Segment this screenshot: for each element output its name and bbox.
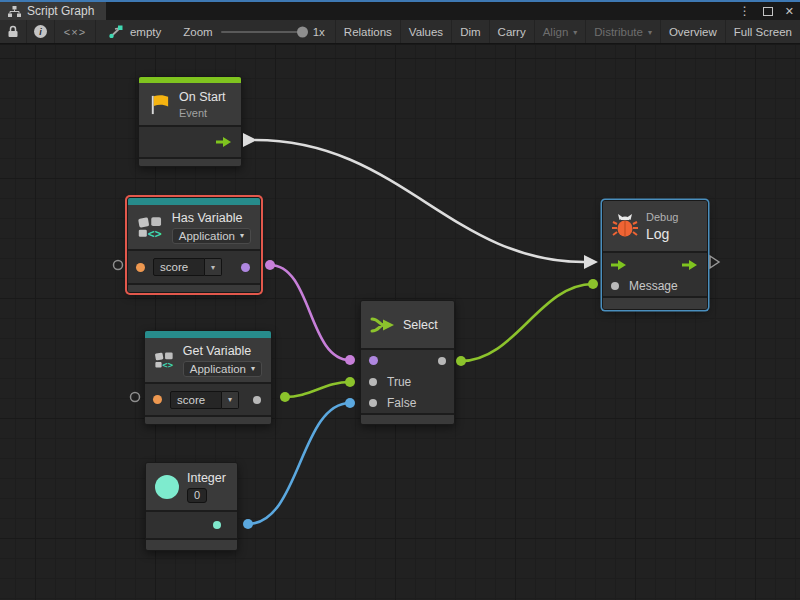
node-debug-log[interactable]: Debug Log Message (602, 200, 708, 310)
window-controls: ⋮ ✕ (739, 2, 794, 20)
node-select[interactable]: Select True False (360, 300, 455, 425)
node-footer (145, 415, 271, 424)
node-title: Select (403, 318, 438, 332)
node-header: <> Get Variable Application ▾ (145, 338, 271, 382)
true-port-row: True (361, 371, 454, 392)
zoom-slider-handle[interactable] (297, 26, 308, 37)
fullscreen-button[interactable]: Full Screen (726, 20, 800, 43)
chevron-down-icon: ▾ (228, 395, 232, 404)
integer-value-field[interactable]: 0 (187, 488, 207, 503)
true-input-port[interactable] (369, 378, 377, 386)
graph-icon (8, 6, 21, 17)
wire-select-to-log-message (456, 279, 598, 366)
distribute-button[interactable]: Distribute▾ (586, 20, 661, 43)
carry-button[interactable]: Carry (490, 20, 535, 43)
values-button[interactable]: Values (401, 20, 452, 43)
message-port-row: Message (603, 276, 707, 296)
variable-dropdown-button[interactable]: ▾ (222, 391, 239, 409)
condition-port-row (361, 348, 454, 371)
chevron-down-icon: ▾ (211, 263, 215, 272)
scope-dropdown[interactable]: Application ▾ (183, 361, 262, 377)
node-footer (128, 283, 260, 292)
node-header: <> Has Variable Application ▾ (128, 205, 260, 249)
node-footer (139, 157, 241, 166)
variables-icon: <> (137, 214, 164, 240)
script-graph-window: Script Graph ⋮ ✕ i <×> (0, 0, 800, 600)
variable-color-bar (145, 331, 271, 338)
wire-getvariable-to-select-true (280, 377, 355, 402)
lock-icon (7, 25, 19, 38)
selection-output-port[interactable] (438, 357, 446, 365)
wire-flow-onstart-to-log (243, 133, 598, 269)
node-get-variable[interactable]: <> Get Variable Application ▾ score ▾ (144, 330, 272, 425)
close-icon[interactable]: ✕ (785, 5, 794, 18)
menu-kebab-icon[interactable]: ⋮ (739, 4, 751, 18)
node-title: Log (646, 226, 678, 242)
node-title: On Start (179, 90, 226, 104)
tab-title: Script Graph (27, 4, 94, 18)
node-subtitle: Event (179, 107, 226, 119)
info-icon: i (34, 25, 47, 38)
variable-name-field[interactable]: score ▾ (170, 391, 239, 409)
wire-hasvariable-to-select (265, 260, 355, 365)
node-subtitle: Debug (646, 211, 678, 223)
name-input-port[interactable] (153, 395, 162, 404)
graph-canvas[interactable]: On Start Event <> (0, 45, 800, 600)
false-port-label: False (387, 396, 416, 410)
zoom-value: 1x (313, 26, 325, 38)
condition-input-port[interactable] (369, 356, 378, 365)
graph-toolbar: i <×> empty Zoom 1x Relations Values Dim… (0, 20, 800, 44)
false-port-row: False (361, 392, 454, 413)
align-button[interactable]: Align▾ (535, 20, 587, 43)
node-has-variable[interactable]: <> Has Variable Application ▾ score ▾ (127, 197, 261, 293)
node-header: On Start Event (139, 83, 241, 125)
unconnected-flow-indicator (710, 256, 719, 268)
flag-icon (148, 93, 171, 116)
title-bar: Script Graph ⋮ ✕ (0, 0, 800, 20)
relations-button[interactable]: Relations (335, 20, 401, 43)
unconnected-port-indicator (114, 261, 123, 270)
value-port-row: score ▾ (128, 249, 260, 283)
true-port-label: True (387, 375, 411, 389)
zoom-control: Zoom 1x (173, 20, 335, 43)
info-button[interactable]: i (27, 20, 55, 43)
node-footer (361, 413, 454, 424)
bug-icon (612, 213, 638, 239)
zoom-to-fit-button[interactable]: <×> (55, 20, 96, 43)
svg-text:<>: <> (148, 227, 162, 240)
node-footer (603, 296, 707, 309)
flow-output-port[interactable] (216, 137, 231, 147)
flow-input-port[interactable] (611, 260, 626, 270)
clipboard-label: empty (130, 26, 161, 38)
variable-dropdown-button[interactable]: ▾ (205, 258, 222, 276)
svg-text:<>: <> (162, 360, 173, 370)
name-input-port[interactable] (136, 263, 145, 272)
variable-color-bar (128, 198, 260, 205)
zoom-label: Zoom (183, 26, 212, 38)
maximize-icon[interactable] (763, 7, 773, 16)
overview-button[interactable]: Overview (661, 20, 726, 43)
flow-port-row (139, 125, 241, 157)
node-on-start[interactable]: On Start Event (138, 76, 242, 167)
node-integer[interactable]: Integer 0 (145, 462, 238, 551)
bool-output-port[interactable] (241, 263, 250, 272)
angle-x-icon: <×> (64, 26, 86, 38)
node-title: Has Variable (172, 211, 251, 225)
value-output-port[interactable] (253, 396, 261, 404)
scope-dropdown[interactable]: Application ▾ (172, 228, 251, 244)
dim-button[interactable]: Dim (452, 20, 489, 43)
integer-output-port[interactable] (213, 521, 221, 529)
node-header: Debug Log (603, 201, 707, 251)
flow-output-port[interactable] (682, 260, 697, 270)
tab-script-graph[interactable]: Script Graph (0, 2, 106, 20)
variable-name-field[interactable]: score ▾ (153, 258, 222, 276)
value-port-row (146, 510, 237, 538)
chevron-down-icon: ▾ (240, 231, 244, 240)
flow-port-row (603, 251, 707, 276)
connection-icon (108, 25, 124, 38)
false-input-port[interactable] (369, 399, 377, 407)
lock-button[interactable] (0, 20, 27, 43)
zoom-slider[interactable] (221, 31, 305, 33)
node-header: Integer 0 (146, 463, 237, 510)
message-input-port[interactable] (611, 282, 619, 290)
